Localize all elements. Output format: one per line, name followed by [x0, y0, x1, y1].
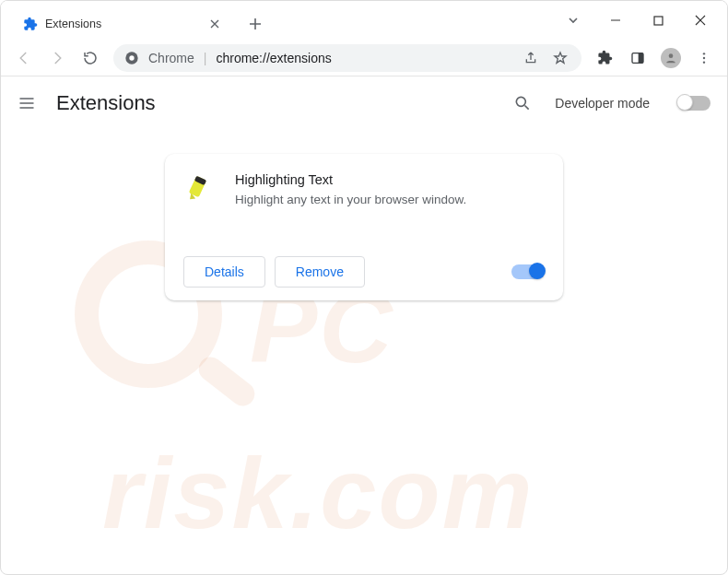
profile-avatar[interactable]	[657, 44, 685, 72]
avatar-icon	[661, 48, 681, 68]
extensions-icon[interactable]	[591, 44, 618, 72]
svg-point-6	[703, 53, 705, 54]
extension-card-text: Highlighting Text Highlight any text in …	[235, 172, 466, 206]
svg-point-7	[703, 56, 705, 58]
omnibox-url: chrome://extensions	[216, 51, 331, 65]
omnibox-separator: |	[204, 51, 207, 65]
extensions-page-header: Extensions Developer mode	[1, 76, 727, 130]
window-minimize-button[interactable]	[594, 3, 637, 38]
extension-enabled-toggle[interactable]	[511, 264, 545, 279]
window-controls	[552, 1, 727, 40]
bookmark-star-icon[interactable]	[550, 44, 570, 72]
svg-rect-0	[654, 17, 663, 25]
menu-kebab-icon[interactable]	[690, 44, 718, 72]
extensions-content: PC risk.com Highlighting Text Highlight …	[1, 130, 727, 574]
details-button[interactable]: Details	[183, 256, 265, 288]
toggle-knob	[529, 263, 546, 279]
page-title: Extensions	[56, 91, 156, 115]
svg-point-8	[703, 61, 705, 63]
tab-close-button[interactable]	[207, 17, 222, 31]
remove-button[interactable]: Remove	[275, 256, 365, 288]
svg-rect-4	[639, 53, 643, 63]
side-panel-icon[interactable]	[624, 44, 652, 72]
back-button[interactable]	[10, 44, 38, 72]
extension-name: Highlighting Text	[235, 172, 466, 187]
highlighter-icon	[183, 172, 217, 205]
window-maximize-button[interactable]	[637, 3, 679, 38]
extension-card: Highlighting Text Highlight any text in …	[165, 154, 563, 300]
svg-point-9	[517, 97, 526, 106]
tab-search-button[interactable]	[552, 3, 594, 38]
browser-toolbar: Chrome | chrome://extensions	[1, 40, 727, 76]
svg-point-5	[669, 53, 674, 58]
window-close-button[interactable]	[679, 3, 722, 38]
extension-card-actions: Details Remove	[183, 256, 545, 288]
hamburger-menu-button[interactable]	[18, 94, 40, 112]
browser-tab[interactable]: Extensions	[12, 8, 233, 40]
tab-title: Extensions	[45, 18, 200, 30]
reload-button[interactable]	[76, 44, 104, 72]
developer-mode-label: Developer mode	[555, 96, 650, 111]
extension-puzzle-icon	[23, 17, 38, 31]
developer-mode-toggle[interactable]	[677, 96, 710, 111]
extension-description: Highlight any text in your browser windo…	[235, 193, 466, 206]
new-tab-button[interactable]	[242, 11, 268, 37]
tabs-area: Extensions	[1, 1, 552, 40]
chrome-logo-icon	[124, 51, 139, 65]
toggle-knob	[676, 94, 693, 111]
window-titlebar: Extensions	[1, 1, 727, 40]
extension-card-header: Highlighting Text Highlight any text in …	[183, 172, 545, 206]
forward-button[interactable]	[43, 44, 71, 72]
omnibox-scheme-label: Chrome	[148, 51, 194, 65]
share-icon[interactable]	[521, 44, 541, 72]
address-bar[interactable]: Chrome | chrome://extensions	[113, 44, 581, 72]
search-button[interactable]	[507, 88, 538, 119]
svg-point-2	[129, 55, 134, 60]
watermark-line2: risk.com	[102, 434, 534, 551]
